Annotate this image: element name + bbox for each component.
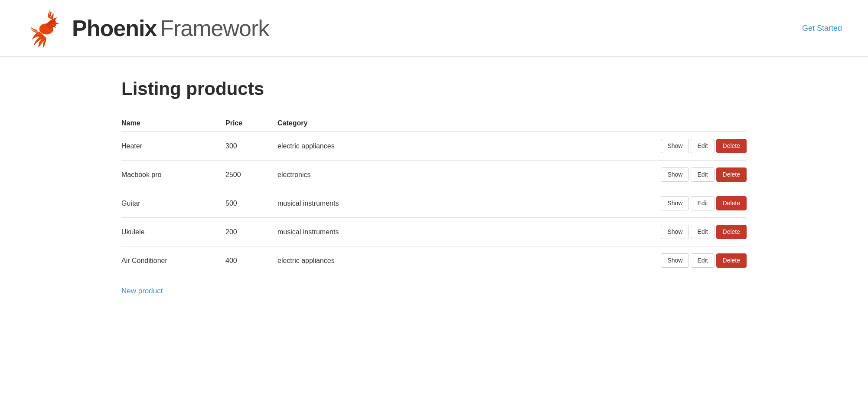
product-price: 400 bbox=[225, 246, 277, 275]
table-header-row: Name Price Category bbox=[121, 115, 747, 132]
product-actions: ShowEditDelete bbox=[408, 161, 747, 189]
product-category: electronics bbox=[277, 161, 408, 189]
edit-button[interactable]: Edit bbox=[691, 253, 714, 268]
edit-button[interactable]: Edit bbox=[691, 225, 714, 239]
product-category: electric appliances bbox=[277, 246, 408, 275]
col-header-name: Name bbox=[121, 115, 225, 132]
show-button[interactable]: Show bbox=[661, 139, 689, 153]
edit-button[interactable]: Edit bbox=[691, 167, 714, 182]
product-category: electric appliances bbox=[277, 132, 408, 161]
product-name: Guitar bbox=[121, 189, 225, 218]
show-button[interactable]: Show bbox=[661, 253, 689, 268]
main-content: Listing products Name Price Category Hea… bbox=[0, 57, 868, 317]
edit-button[interactable]: Edit bbox=[691, 196, 714, 210]
table-row: Macbook pro2500electronicsShowEditDelete bbox=[121, 161, 747, 189]
show-button[interactable]: Show bbox=[661, 167, 689, 182]
product-name: Heater bbox=[121, 132, 225, 161]
logo-text: Phoenix Framework bbox=[72, 15, 269, 41]
product-price: 300 bbox=[225, 132, 277, 161]
page-title: Listing products bbox=[121, 79, 747, 99]
product-category: musical instruments bbox=[277, 189, 408, 218]
delete-button[interactable]: Delete bbox=[716, 167, 747, 182]
table-row: Heater300electric appliancesShowEditDele… bbox=[121, 132, 747, 161]
site-header: Phoenix Framework Get Started bbox=[0, 0, 868, 57]
product-price: 500 bbox=[225, 189, 277, 218]
product-price: 2500 bbox=[225, 161, 277, 189]
logo-phoenix-text: Phoenix bbox=[72, 15, 157, 41]
logo-framework-text: Framework bbox=[160, 15, 269, 41]
show-button[interactable]: Show bbox=[661, 225, 689, 239]
product-actions: ShowEditDelete bbox=[408, 189, 747, 218]
show-button[interactable]: Show bbox=[661, 196, 689, 210]
delete-button[interactable]: Delete bbox=[716, 139, 747, 153]
col-header-price: Price bbox=[225, 115, 277, 132]
product-category: musical instruments bbox=[277, 218, 408, 246]
delete-button[interactable]: Delete bbox=[716, 196, 747, 210]
product-actions: ShowEditDelete bbox=[408, 218, 747, 246]
product-actions: ShowEditDelete bbox=[408, 132, 747, 161]
svg-marker-2 bbox=[56, 23, 59, 24]
table-row: Air Conditioner400electric appliancesSho… bbox=[121, 246, 747, 275]
table-row: Guitar500musical instrumentsShowEditDele… bbox=[121, 189, 747, 218]
table-row: Ukulele200musical instrumentsShowEditDel… bbox=[121, 218, 747, 246]
edit-button[interactable]: Edit bbox=[691, 139, 714, 153]
product-actions: ShowEditDelete bbox=[408, 246, 747, 275]
delete-button[interactable]: Delete bbox=[716, 225, 747, 239]
col-header-actions bbox=[408, 115, 747, 132]
col-header-category: Category bbox=[277, 115, 408, 132]
get-started-link[interactable]: Get Started bbox=[802, 24, 842, 33]
product-name: Air Conditioner bbox=[121, 246, 225, 275]
logo-area: Phoenix Framework bbox=[26, 9, 269, 48]
product-name: Macbook pro bbox=[121, 161, 225, 189]
products-table: Name Price Category Heater300electric ap… bbox=[121, 115, 747, 275]
phoenix-logo-icon bbox=[26, 9, 65, 48]
product-name: Ukulele bbox=[121, 218, 225, 246]
new-product-link[interactable]: New product bbox=[121, 287, 163, 295]
delete-button[interactable]: Delete bbox=[716, 253, 747, 268]
product-price: 200 bbox=[225, 218, 277, 246]
